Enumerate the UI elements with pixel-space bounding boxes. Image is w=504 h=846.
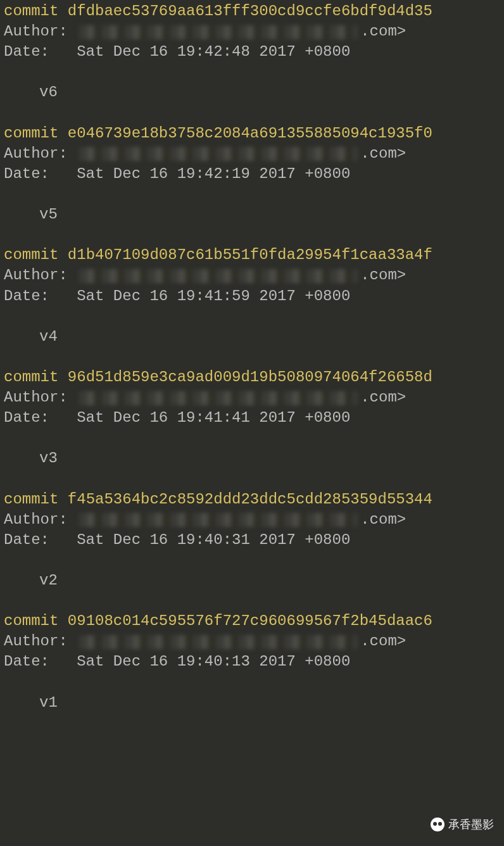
commit-hash-line: commit dfdbaec53769aa613fff300cd9ccfe6bd… [4,1,500,22]
commit-message: v3 [4,448,500,469]
author-line: Author: .com> [4,22,500,42]
commit-hash: 96d51d859e3ca9ad009d19b5080974064f26658d [58,369,432,386]
date-label: Date: [4,164,77,184]
author-domain-tail: .com> [360,389,406,406]
commit-hash-line: commit 09108c014c595576f727c960699567f2b… [4,611,500,631]
date-value: Sat Dec 16 19:42:19 2017 +0800 [77,165,350,182]
author-label: Author: [4,388,77,408]
author-domain-tail: .com> [360,267,406,284]
author-domain-tail: .com> [360,511,406,528]
author-redacted [79,269,358,283]
blank-line [4,469,500,489]
blank-line [4,591,500,611]
date-label: Date: [4,286,77,306]
author-label: Author: [4,510,77,530]
blank-line [4,62,500,82]
blank-line [4,306,500,327]
commit-hash: 09108c014c595576f727c960699567f2b45daac6 [58,612,432,629]
blank-line [4,713,500,733]
date-line: Date: Sat Dec 16 19:41:59 2017 +0800 [4,286,500,306]
blank-line [4,103,500,123]
watermark-text: 承香墨影 [448,817,494,832]
author-redacted [79,391,358,405]
commit-hash-line: commit d1b407109d087c61b551f0fda29954f1c… [4,245,500,265]
author-line: Author: .com> [4,265,500,286]
blank-line [4,550,500,571]
date-value: Sat Dec 16 19:41:41 2017 +0800 [77,409,350,426]
blank-line [4,225,500,245]
author-label: Author: [4,22,77,42]
date-line: Date: Sat Dec 16 19:40:31 2017 +0800 [4,530,500,550]
date-value: Sat Dec 16 19:40:13 2017 +0800 [77,653,350,670]
commit-hash-line: commit f45a5364bc2c8592ddd23ddc5cdd28535… [4,489,500,510]
blank-line [4,428,500,448]
date-label: Date: [4,408,77,428]
commit-label: commit [4,1,58,22]
author-domain-tail: .com> [360,145,406,162]
author-line: Author: .com> [4,631,500,652]
commit-label: commit [4,489,58,510]
date-line: Date: Sat Dec 16 19:40:13 2017 +0800 [4,652,500,672]
blank-line [4,184,500,205]
commit-label: commit [4,123,58,144]
commit-hash: d1b407109d087c61b551f0fda29954f1caa33a4f [58,246,432,263]
commit-hash-line: commit e046739e18b3758c2084a691355885094… [4,123,500,144]
author-line: Author: .com> [4,144,500,164]
date-label: Date: [4,652,77,672]
author-label: Author: [4,265,77,286]
git-log-output: commit dfdbaec53769aa613fff300cd9ccfe6bd… [0,0,504,733]
commit-label: commit [4,367,58,388]
commit-hash: f45a5364bc2c8592ddd23ddc5cdd285359d55344 [58,491,432,508]
watermark: 承香墨影 [431,817,494,832]
author-label: Author: [4,631,77,652]
author-domain-tail: .com> [360,23,406,40]
author-redacted [79,635,358,649]
commit-hash: dfdbaec53769aa613fff300cd9ccfe6bdf9d4d35 [58,3,432,20]
commit-label: commit [4,611,58,631]
date-line: Date: Sat Dec 16 19:42:48 2017 +0800 [4,42,500,62]
commit-message: v1 [4,693,500,713]
commit-message: v4 [4,327,500,347]
author-redacted [79,25,358,39]
commit-hash: e046739e18b3758c2084a691355885094c1935f0 [58,125,432,142]
date-line: Date: Sat Dec 16 19:42:19 2017 +0800 [4,164,500,184]
date-value: Sat Dec 16 19:41:59 2017 +0800 [77,287,350,305]
commit-label: commit [4,245,58,265]
wechat-icon [431,818,444,831]
author-line: Author: .com> [4,510,500,530]
commit-message: v6 [4,82,500,103]
blank-line [4,672,500,693]
commit-hash-line: commit 96d51d859e3ca9ad009d19b5080974064… [4,367,500,388]
author-label: Author: [4,144,77,164]
date-value: Sat Dec 16 19:40:31 2017 +0800 [77,531,350,548]
date-value: Sat Dec 16 19:42:48 2017 +0800 [77,43,350,60]
date-line: Date: Sat Dec 16 19:41:41 2017 +0800 [4,408,500,428]
blank-line [4,347,500,367]
author-redacted [79,147,358,161]
date-label: Date: [4,42,77,62]
author-domain-tail: .com> [360,633,406,650]
commit-message: v2 [4,571,500,591]
commit-message: v5 [4,205,500,225]
author-redacted [79,513,358,527]
date-label: Date: [4,530,77,550]
author-line: Author: .com> [4,388,500,408]
